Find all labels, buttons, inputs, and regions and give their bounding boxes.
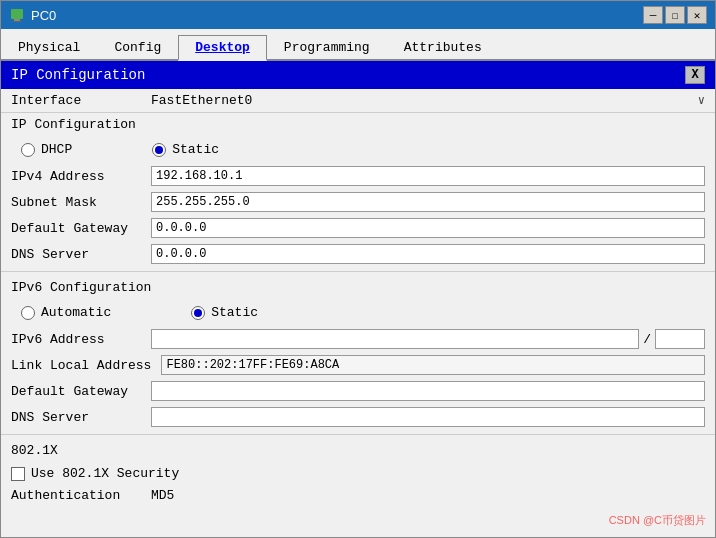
- svg-rect-0: [11, 9, 23, 19]
- minimize-button[interactable]: —: [643, 6, 663, 24]
- dhcp-label: DHCP: [41, 142, 72, 157]
- subnet-mask-row: Subnet Mask: [1, 189, 715, 215]
- dns6-label: DNS Server: [11, 410, 141, 425]
- svg-rect-2: [12, 21, 22, 22]
- link-local-label: Link Local Address: [11, 358, 151, 373]
- link-local-row: Link Local Address: [1, 352, 715, 378]
- divider-2: [1, 434, 715, 435]
- ipv6-subsection-title: IPv6 Configuration: [1, 276, 715, 299]
- chevron-down-icon: ∨: [698, 93, 705, 108]
- dhcp-radio[interactable]: [21, 143, 35, 157]
- gateway6-label: Default Gateway: [11, 384, 141, 399]
- automatic-radio-item[interactable]: Automatic: [21, 305, 111, 320]
- tab-bar: Physical Config Desktop Programming Attr…: [1, 29, 715, 61]
- ipv6-slash: /: [643, 332, 651, 347]
- close-button[interactable]: ✕: [687, 6, 707, 24]
- window-title: PC0: [31, 8, 56, 23]
- ipv6-address-row: IPv6 Address /: [1, 326, 715, 352]
- maximize-button[interactable]: ☐: [665, 6, 685, 24]
- auth-row: Authentication MD5: [1, 485, 715, 506]
- dhcp-static-row: DHCP Static: [1, 136, 715, 163]
- dns-row: DNS Server: [1, 241, 715, 267]
- use-802-checkbox[interactable]: [11, 467, 25, 481]
- use-802-label: Use 802.1X Security: [31, 466, 179, 481]
- interface-value: FastEthernet0: [151, 93, 252, 108]
- gateway6-row: Default Gateway: [1, 378, 715, 404]
- title-bar: PC0 — ☐ ✕: [1, 1, 715, 29]
- gateway-label: Default Gateway: [11, 221, 141, 236]
- interface-row: Interface FastEthernet0 ∨: [1, 89, 715, 113]
- tab-desktop[interactable]: Desktop: [178, 35, 267, 61]
- gateway-row: Default Gateway: [1, 215, 715, 241]
- ipv4-input[interactable]: [151, 166, 705, 186]
- dns6-row: DNS Server: [1, 404, 715, 430]
- ipv6-inputs: /: [151, 329, 705, 349]
- interface-label: Interface: [11, 93, 131, 108]
- app-icon: [9, 7, 25, 23]
- gateway6-input[interactable]: [151, 381, 705, 401]
- dns-label: DNS Server: [11, 247, 141, 262]
- ipv4-address-row: IPv4 Address: [1, 163, 715, 189]
- ipv6-main-input[interactable]: [151, 329, 639, 349]
- link-local-input[interactable]: [161, 355, 705, 375]
- automatic-radio[interactable]: [21, 306, 35, 320]
- gateway-input[interactable]: [151, 218, 705, 238]
- automatic-label: Automatic: [41, 305, 111, 320]
- static6-label: Static: [211, 305, 258, 320]
- window-controls: — ☐ ✕: [643, 6, 707, 24]
- section-802: 802.1X: [1, 439, 715, 462]
- ipv4-subsection-title: IP Configuration: [1, 113, 715, 136]
- interface-select[interactable]: FastEthernet0 ∨: [151, 93, 705, 108]
- ipv6-prefix-input[interactable]: [655, 329, 705, 349]
- svg-rect-1: [14, 19, 20, 21]
- static-label: Static: [172, 142, 219, 157]
- tab-programming[interactable]: Programming: [267, 35, 387, 61]
- static6-radio[interactable]: [191, 306, 205, 320]
- ip-config-close-button[interactable]: X: [685, 66, 705, 84]
- static-radio[interactable]: [152, 143, 166, 157]
- dhcp-radio-item[interactable]: DHCP: [21, 142, 72, 157]
- section-802-title: 802.1X: [11, 443, 58, 458]
- ipv4-label: IPv4 Address: [11, 169, 141, 184]
- auto-static6-row: Automatic Static: [1, 299, 715, 326]
- tab-physical[interactable]: Physical: [1, 35, 97, 61]
- auth-label: Authentication: [11, 488, 141, 503]
- ipv6-label: IPv6 Address: [11, 332, 141, 347]
- subnet-label: Subnet Mask: [11, 195, 141, 210]
- ip-config-header: IP Configuration X: [1, 61, 715, 89]
- watermark: CSDN @C币贷图片: [609, 513, 706, 528]
- tab-attributes[interactable]: Attributes: [387, 35, 499, 61]
- divider-1: [1, 271, 715, 272]
- auth-value: MD5: [151, 488, 174, 503]
- dns6-input[interactable]: [151, 407, 705, 427]
- tab-config[interactable]: Config: [97, 35, 178, 61]
- subnet-input[interactable]: [151, 192, 705, 212]
- content-area: IP Configuration X Interface FastEtherne…: [1, 61, 715, 537]
- static6-radio-item[interactable]: Static: [191, 305, 258, 320]
- static-radio-item[interactable]: Static: [152, 142, 219, 157]
- ip-config-title: IP Configuration: [11, 67, 145, 83]
- dns-input[interactable]: [151, 244, 705, 264]
- use-802-row: Use 802.1X Security: [1, 462, 715, 485]
